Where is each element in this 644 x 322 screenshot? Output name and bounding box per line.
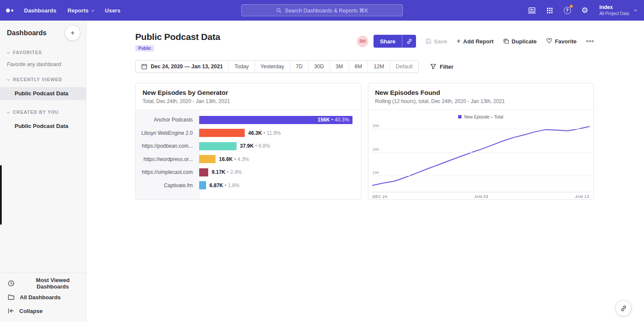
bar-category-label: https://simplecast.com: [136, 166, 199, 179]
y-axis-tick: 10K: [373, 170, 380, 175]
report-cards: New Episodes by Generator Total, Dec 24t…: [135, 83, 594, 200]
section-recently-viewed[interactable]: RECENTLY VIEWED: [0, 77, 86, 82]
floating-copy-link-button[interactable]: [615, 300, 632, 316]
all-dashboards-button[interactable]: All Dashboards: [0, 290, 86, 304]
preset-3m[interactable]: 3M: [330, 61, 349, 73]
main-content: Public Podcast Data Public RH Share Save…: [86, 21, 644, 322]
chevron-down-icon: [91, 9, 94, 12]
folder-icon: [8, 294, 15, 300]
share-button-group: Share: [374, 35, 416, 48]
bar[interactable]: 156K • 40.3%: [199, 116, 352, 124]
sidebar-header: Dashboards +: [0, 21, 86, 40]
bar-value-label: 6.87K • 1.8%: [210, 182, 240, 188]
gridline: [372, 176, 590, 176]
link-icon: [406, 38, 413, 45]
chart-title[interactable]: New Episodes by Generator: [143, 89, 354, 96]
copy-link-button[interactable]: [402, 35, 416, 48]
save-button[interactable]: Save: [425, 38, 447, 45]
project-name: Index: [599, 4, 629, 10]
nav-item-users[interactable]: Users: [99, 0, 126, 21]
save-icon: [425, 38, 431, 44]
app-logo-icon[interactable]: [6, 9, 13, 12]
bar-category-column: Anchor PodcastsLibsyn WebEngine 2.0https…: [136, 110, 199, 199]
section-label: CREATED BY YOU: [13, 109, 59, 115]
most-viewed-dashboards-button[interactable]: Most Viewed Dashboards: [0, 276, 86, 290]
line-series-path[interactable]: [372, 127, 589, 185]
card-header: New Episodes Found Rolling (12 hours), t…: [368, 83, 594, 110]
section-favorites[interactable]: FAVORITES: [0, 50, 86, 55]
favorite-button[interactable]: ♡ Favorite: [546, 38, 577, 45]
chevron-down-icon: [7, 78, 10, 81]
avatar[interactable]: RH: [357, 36, 368, 47]
save-label: Save: [434, 38, 447, 45]
preset-yesterday[interactable]: Yesterday: [255, 61, 290, 73]
bar-category-label: Captivate.fm: [136, 179, 199, 192]
bar[interactable]: [199, 168, 208, 176]
filter-label: Filter: [440, 64, 453, 70]
bar-category-label: Libsyn WebEngine 2.0: [136, 127, 199, 140]
bar[interactable]: [199, 155, 216, 163]
chart-title[interactable]: New Episodes Found: [375, 89, 587, 96]
search-icon: [276, 8, 282, 13]
project-selector[interactable]: Index All Project Data: [599, 4, 636, 16]
add-report-button[interactable]: + Add Report: [456, 38, 493, 45]
bar[interactable]: [199, 181, 206, 189]
calendar-icon: [141, 64, 147, 70]
toolbar: Dec 24, 2020 — Jan 13, 2021 Today Yester…: [135, 60, 594, 73]
sidebar-item-public-podcast-data[interactable]: Public Podcast Data: [0, 120, 86, 133]
logo-dot-small: [11, 9, 13, 12]
question-mark: ?: [564, 7, 571, 14]
screen-edge-artifact: [0, 165, 2, 225]
sidebar-footer: Most Viewed Dashboards All Dashboards Co…: [0, 273, 86, 322]
preset-12m[interactable]: 12M: [368, 61, 389, 73]
date-range-control: Dec 24, 2020 — Jan 13, 2021 Today Yester…: [135, 60, 419, 73]
section-label: RECENTLY VIEWED: [13, 77, 62, 82]
search-input[interactable]: Search Dashboards & Reports ⌘K: [241, 4, 403, 16]
more-dots-icon: [586, 40, 594, 43]
x-axis-tick: JAN 03: [474, 194, 488, 199]
plus-icon: +: [70, 29, 75, 37]
dashboard-header: Public Podcast Data Public RH Share Save…: [135, 32, 594, 52]
section-created-by-you[interactable]: CREATED BY YOU: [0, 109, 86, 115]
share-button[interactable]: Share: [374, 35, 402, 48]
filter-button[interactable]: Filter: [430, 64, 453, 70]
bar-row: 9.17K • 2.4%: [199, 166, 357, 179]
legend-label: New Episode – Total: [464, 115, 503, 119]
add-dashboard-button[interactable]: +: [65, 26, 80, 40]
preset-6m[interactable]: 6M: [349, 61, 368, 73]
duplicate-button[interactable]: Duplicate: [503, 38, 537, 45]
collapse-sidebar-button[interactable]: Collapse: [0, 304, 86, 318]
preset-default[interactable]: Default: [390, 61, 419, 73]
y-axis-tick: 20K: [373, 147, 380, 152]
monitor-pulse-icon[interactable]: [527, 6, 537, 15]
bar-row: 16.6K • 4.3%: [199, 153, 357, 166]
preset-today[interactable]: Today: [228, 61, 254, 73]
chevron-down-icon: [7, 51, 10, 54]
date-range-button[interactable]: Dec 24, 2020 — Jan 13, 2021: [136, 61, 228, 73]
line-plot: 10K20K30K: [372, 122, 590, 192]
preset-30d[interactable]: 30D: [308, 61, 330, 73]
bar-value-label: 37.9K • 9.8%: [240, 143, 270, 149]
chart-legend: New Episode – Total: [372, 112, 590, 121]
nav-right: ? ⚙ Index All Project Data: [527, 0, 644, 21]
x-axis-tick: DEC 24: [373, 194, 388, 199]
preset-7d[interactable]: 7D: [290, 61, 308, 73]
more-options-button[interactable]: [586, 40, 594, 43]
bar-chart-card: New Episodes by Generator Total, Dec 24t…: [135, 83, 361, 200]
bar[interactable]: [199, 129, 245, 137]
x-axis: DEC 24 JAN 03 JAN 13: [372, 192, 590, 199]
project-info: Index All Project Data: [599, 4, 629, 16]
link-icon: [620, 305, 627, 312]
sidebar-item-public-podcast-data[interactable]: Public Podcast Data: [0, 87, 86, 100]
line-chart-svg: [372, 122, 590, 192]
nav-item-reports[interactable]: Reports: [62, 0, 99, 21]
line-chart-card: New Episodes Found Rolling (12 hours), t…: [368, 83, 594, 200]
nav-item-dashboards[interactable]: Dashboards: [18, 0, 62, 21]
y-axis-tick: 30K: [373, 124, 380, 128]
help-icon[interactable]: ?: [562, 6, 572, 15]
bar[interactable]: [199, 142, 237, 150]
bar-plot-column: 156K • 40.3%46.3K • 11.9%37.9K • 9.8%16.…: [199, 110, 361, 199]
apps-grid-icon[interactable]: [545, 6, 554, 15]
bar-category-label: https://podbean.com...: [136, 140, 199, 153]
gear-icon[interactable]: ⚙: [580, 6, 589, 15]
